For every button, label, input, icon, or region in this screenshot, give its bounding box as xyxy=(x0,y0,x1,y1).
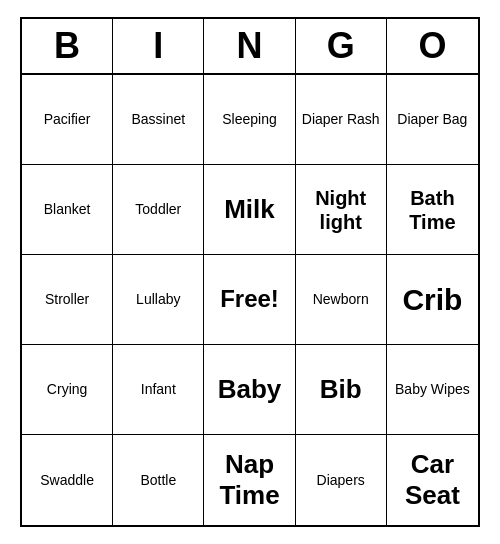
bingo-cell: Infant xyxy=(113,345,204,435)
bingo-cell: Diapers xyxy=(296,435,387,525)
bingo-cell: Newborn xyxy=(296,255,387,345)
bingo-cell: Milk xyxy=(204,165,295,255)
bingo-header: BINGO xyxy=(22,19,478,75)
bingo-cell: Diaper Rash xyxy=(296,75,387,165)
header-letter: B xyxy=(22,19,113,73)
header-letter: G xyxy=(296,19,387,73)
bingo-cell: Crib xyxy=(387,255,478,345)
bingo-cell: Bottle xyxy=(113,435,204,525)
bingo-cell: Swaddle xyxy=(22,435,113,525)
bingo-grid: PacifierBassinetSleepingDiaper RashDiape… xyxy=(22,75,478,525)
bingo-card: BINGO PacifierBassinetSleepingDiaper Ras… xyxy=(20,17,480,527)
header-letter: O xyxy=(387,19,478,73)
bingo-cell: Baby Wipes xyxy=(387,345,478,435)
bingo-cell: Bath Time xyxy=(387,165,478,255)
bingo-cell: Crying xyxy=(22,345,113,435)
bingo-cell: Lullaby xyxy=(113,255,204,345)
bingo-cell: Blanket xyxy=(22,165,113,255)
bingo-cell: Bib xyxy=(296,345,387,435)
bingo-cell: Sleeping xyxy=(204,75,295,165)
bingo-cell: Nap Time xyxy=(204,435,295,525)
bingo-cell: Car Seat xyxy=(387,435,478,525)
bingo-cell: Diaper Bag xyxy=(387,75,478,165)
bingo-cell: Free! xyxy=(204,255,295,345)
bingo-cell: Baby xyxy=(204,345,295,435)
bingo-cell: Night light xyxy=(296,165,387,255)
bingo-cell: Toddler xyxy=(113,165,204,255)
header-letter: I xyxy=(113,19,204,73)
bingo-cell: Pacifier xyxy=(22,75,113,165)
header-letter: N xyxy=(204,19,295,73)
bingo-cell: Bassinet xyxy=(113,75,204,165)
bingo-cell: Stroller xyxy=(22,255,113,345)
